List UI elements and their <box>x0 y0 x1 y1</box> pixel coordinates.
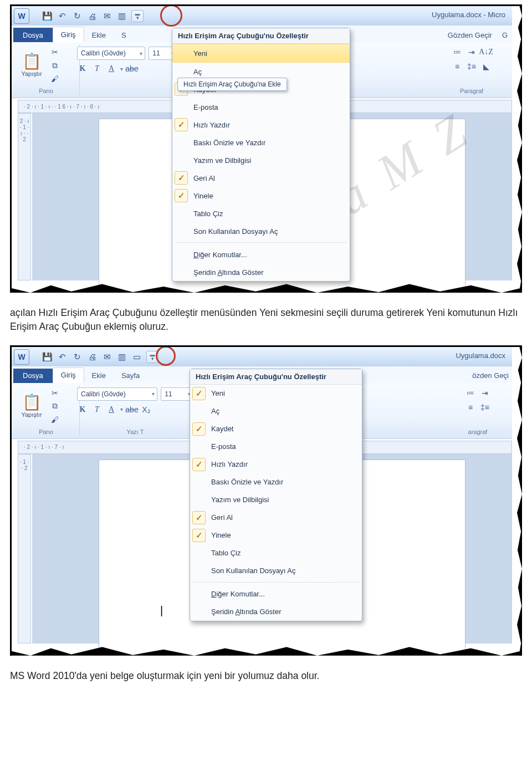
cut-icon[interactable]: ✂ <box>49 387 60 399</box>
qat-menu-footer-item[interactable]: Şeridin Altında Göster <box>172 263 350 281</box>
qat-menu-footer-item[interactable]: Diğer Komutlar... <box>190 585 362 603</box>
font-name-combo[interactable]: Calibri (Gövde) <box>77 387 157 401</box>
line-spacing-icon[interactable]: ‡≡ <box>479 402 490 413</box>
qat-customize-dropdown[interactable]: ▬▾ <box>131 10 144 22</box>
redo-icon[interactable]: ↻ <box>71 11 83 22</box>
check-icon <box>192 476 206 489</box>
check-icon <box>192 564 206 578</box>
review-tab[interactable]: özden Geçi <box>469 369 512 383</box>
italic-button[interactable]: T <box>91 63 103 74</box>
subscript-button[interactable]: X₂ <box>141 404 152 415</box>
doc-icon[interactable]: ▥ <box>116 11 127 22</box>
qat-menu-item[interactable]: E-posta <box>172 98 350 116</box>
indent-dec-icon[interactable]: ≔ <box>452 47 463 58</box>
qat-menu-item[interactable]: ✓Kaydet <box>190 420 362 438</box>
qat-menu-item-label: Yazım ve Dilbilgisi <box>193 156 252 165</box>
mail-icon[interactable]: ✉ <box>101 11 112 22</box>
strike-button[interactable]: abe <box>126 404 137 415</box>
qat-menu-item-label: Tablo Çiz <box>211 549 241 557</box>
qat-menu-item-label: Yazım ve Dilbilgisi <box>211 496 269 504</box>
qat-menu-item[interactable]: Yazım ve Dilbilgisi <box>190 491 362 509</box>
underline-button[interactable]: A <box>106 63 117 74</box>
ruler-vertical: 2 · ı · 1 · ı · · 2 <box>18 113 31 280</box>
insert-tab[interactable]: Ekle <box>84 369 114 383</box>
qat-menu-item[interactable]: ✓Geri Al <box>172 169 350 187</box>
copy-icon[interactable]: ⧉ <box>49 401 60 412</box>
font-size-combo[interactable]: 11 <box>161 387 193 401</box>
undo-icon[interactable]: ↶ <box>57 351 68 363</box>
underline-button[interactable]: A <box>106 404 117 415</box>
line-spacing-icon[interactable]: ‡≡ <box>466 61 477 72</box>
qat-menu-item[interactable]: Aç <box>190 402 362 420</box>
cut-icon[interactable]: ✂ <box>49 47 60 58</box>
check-icon <box>175 65 188 78</box>
last-tab[interactable]: G <box>498 28 512 42</box>
doc-icon[interactable]: ▥ <box>116 351 127 363</box>
qat-menu-item[interactable]: ✓Yinele <box>172 187 350 205</box>
check-icon <box>192 405 206 418</box>
para-group-label: Paragraf <box>438 88 505 95</box>
save-icon[interactable]: 💾 <box>42 11 53 22</box>
review-tab[interactable]: Gözden Geçir <box>442 28 498 42</box>
qat-menu-item[interactable]: ✓Geri Al <box>190 509 362 527</box>
align-justify-icon[interactable]: ≡ <box>452 61 463 72</box>
page-tab[interactable]: Sayfa <box>114 369 147 383</box>
undo-icon[interactable]: ↶ <box>57 11 68 22</box>
strike-button[interactable]: abe <box>126 63 137 74</box>
file-tab[interactable]: Dosya <box>13 28 53 42</box>
format-painter-icon[interactable]: 🖌 <box>49 414 60 425</box>
qat-menu-item[interactable]: Yazım ve Dilbilgisi <box>172 151 350 169</box>
format-painter-icon[interactable]: 🖌 <box>49 73 60 84</box>
qat-menu-item[interactable]: Baskı Önizle ve Yazdır <box>190 473 362 491</box>
qat-menu-item-label: Aç <box>193 68 202 76</box>
qat-menu-item[interactable]: ✓Hızlı Yazdır <box>190 456 362 473</box>
save-icon[interactable]: 💾 <box>42 351 53 363</box>
align-justify-icon[interactable]: ≡ <box>465 402 476 413</box>
insert-tab[interactable]: Ekle <box>84 28 114 42</box>
qat-menu-item[interactable]: Tablo Çiz <box>190 544 362 562</box>
qat-customize-dropdown[interactable]: ▬▾ <box>146 351 158 363</box>
print-icon[interactable]: 🖨 <box>86 11 98 22</box>
qat-menu-item[interactable]: ✓Yeni <box>190 385 362 402</box>
copy-icon[interactable]: ⧉ <box>49 60 60 71</box>
qat-menu-item[interactable]: Baskı Önizle ve Yazdır <box>172 134 350 151</box>
mail-icon[interactable]: ✉ <box>101 351 112 363</box>
indent-inc-icon[interactable]: ⇥ <box>466 47 477 58</box>
qat-menu-footer-item[interactable]: Şeridin Altında Göster <box>190 603 362 621</box>
fill-icon[interactable]: ◣ <box>480 61 492 72</box>
qat-menu-item[interactable]: Yeni <box>172 44 350 63</box>
para-group-label: aragraf <box>450 428 505 436</box>
bold-button[interactable]: K <box>77 63 88 74</box>
indent-inc-icon[interactable]: ⇥ <box>479 387 490 399</box>
word-logo-button[interactable]: W <box>14 349 29 365</box>
red-circle-mark <box>156 346 176 366</box>
home-tab[interactable]: Giriş <box>53 27 84 42</box>
qat-menu-item-label: Hızlı Yazdır <box>211 460 248 468</box>
print-icon[interactable]: 🖨 <box>86 351 98 363</box>
sort-az-icon[interactable]: A↓Z <box>480 47 492 58</box>
home-tab[interactable]: Giriş <box>53 367 84 383</box>
qat-menu-item[interactable]: ✓Hızlı Yazdır <box>172 116 350 134</box>
redo-icon[interactable]: ↻ <box>71 351 83 363</box>
red-circle-mark <box>160 4 182 27</box>
qat-menu-item[interactable]: E-posta <box>190 438 362 456</box>
new-doc-icon[interactable]: ▭ <box>131 351 142 363</box>
qat-menu-item-label: Kaydet <box>211 425 233 433</box>
bold-button[interactable]: K <box>77 404 88 415</box>
qat-menu-footer-item[interactable]: Diğer Komutlar... <box>172 246 350 263</box>
qat-menu-item[interactable]: Son Kullanılan Dosyayı Aç <box>172 222 350 240</box>
font-name-combo[interactable]: Calibri (Gövde) <box>77 47 145 60</box>
word-logo-button[interactable]: W <box>14 8 29 24</box>
indent-dec-icon[interactable]: ≔ <box>465 387 476 399</box>
clipboard-icon: 📋 <box>22 395 42 410</box>
paste-button[interactable]: 📋 Yapıştır <box>17 54 46 77</box>
paste-button[interactable]: 📋 Yapıştır <box>17 395 46 418</box>
page-tab[interactable]: S <box>114 28 134 42</box>
qat-menu-item-label: Yinele <box>193 192 213 200</box>
file-tab[interactable]: Dosya <box>13 369 53 383</box>
check-icon: ✓ <box>192 387 206 400</box>
italic-button[interactable]: T <box>91 404 103 415</box>
qat-menu-item[interactable]: Son Kullanılan Dosyayı Aç <box>190 562 362 580</box>
qat-menu-item[interactable]: Tablo Çiz <box>172 205 350 222</box>
qat-menu-item[interactable]: ✓Yinele <box>190 527 362 544</box>
